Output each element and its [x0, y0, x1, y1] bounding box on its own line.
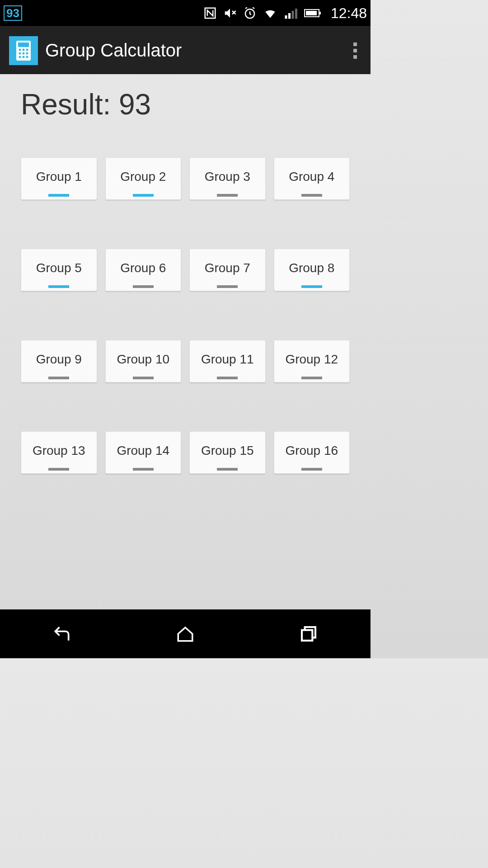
group-indicator: [133, 468, 154, 471]
action-bar: Group Calculator: [0, 26, 371, 74]
clock: 12:48: [331, 5, 367, 22]
group-indicator: [301, 468, 322, 471]
content-area: Result: 93 Group 1Group 2Group 3Group 4G…: [0, 74, 371, 487]
group-card-6[interactable]: Group 6: [105, 249, 182, 291]
signal-icon: [284, 6, 297, 20]
group-card-12[interactable]: Group 12: [274, 340, 350, 382]
group-card-2[interactable]: Group 2: [105, 157, 182, 200]
overflow-menu-button[interactable]: [349, 38, 361, 63]
recent-apps-button[interactable]: [297, 623, 320, 645]
group-label: Group 15: [201, 443, 254, 458]
group-indicator: [48, 285, 69, 288]
notification-badge: 93: [4, 5, 22, 21]
group-label: Group 16: [285, 443, 338, 458]
app-title: Group Calculator: [45, 40, 349, 61]
group-label: Group 2: [120, 170, 166, 184]
group-label: Group 1: [36, 170, 82, 184]
group-indicator: [301, 194, 322, 197]
group-indicator: [133, 285, 154, 288]
group-label: Group 9: [36, 352, 82, 367]
group-label: Group 8: [289, 261, 334, 275]
svg-point-13: [26, 48, 28, 51]
group-indicator: [48, 468, 69, 471]
svg-point-12: [23, 48, 25, 51]
mute-icon: [223, 6, 237, 20]
group-indicator: [217, 194, 238, 197]
group-label: Group 6: [120, 261, 166, 275]
svg-point-16: [26, 52, 28, 54]
svg-rect-10: [18, 42, 29, 47]
battery-icon: [304, 8, 322, 19]
group-indicator: [217, 285, 238, 288]
svg-rect-20: [302, 630, 312, 641]
app-icon: [9, 36, 38, 65]
group-indicator: [217, 377, 238, 379]
group-indicator: [133, 194, 154, 197]
group-label: Group 13: [33, 443, 85, 458]
group-card-9[interactable]: Group 9: [21, 340, 97, 382]
svg-rect-2: [285, 15, 287, 19]
group-card-14[interactable]: Group 14: [105, 431, 182, 474]
svg-point-15: [23, 52, 25, 54]
alarm-icon: [243, 6, 257, 20]
group-label: Group 5: [36, 261, 82, 275]
status-right: 12:48: [203, 5, 367, 22]
group-indicator: [217, 468, 238, 471]
svg-point-18: [23, 56, 25, 58]
svg-point-19: [26, 56, 28, 58]
group-card-4[interactable]: Group 4: [274, 157, 350, 200]
svg-rect-3: [288, 13, 291, 19]
group-indicator: [301, 377, 322, 379]
svg-rect-8: [319, 12, 321, 14]
navigation-bar: [0, 609, 371, 658]
group-card-11[interactable]: Group 11: [189, 340, 266, 382]
home-button[interactable]: [174, 623, 197, 645]
group-card-5[interactable]: Group 5: [21, 249, 97, 291]
group-indicator: [48, 377, 69, 379]
group-label: Group 14: [117, 443, 169, 458]
groups-grid: Group 1Group 2Group 3Group 4Group 5Group…: [21, 157, 350, 474]
group-card-1[interactable]: Group 1: [21, 157, 97, 200]
group-label: Group 3: [205, 170, 250, 184]
group-card-16[interactable]: Group 16: [274, 431, 350, 474]
group-indicator: [133, 377, 154, 379]
result-label: Result: 93: [21, 88, 350, 121]
group-indicator: [301, 285, 322, 288]
group-card-15[interactable]: Group 15: [189, 431, 266, 474]
group-card-7[interactable]: Group 7: [189, 249, 266, 291]
group-card-3[interactable]: Group 3: [189, 157, 266, 200]
status-bar: 93: [0, 0, 371, 26]
svg-point-17: [19, 56, 21, 58]
nfc-icon: [203, 6, 217, 20]
group-card-13[interactable]: Group 13: [21, 431, 97, 474]
group-indicator: [48, 194, 69, 197]
group-card-8[interactable]: Group 8: [274, 249, 350, 291]
svg-point-14: [19, 52, 21, 54]
back-button[interactable]: [51, 623, 73, 645]
svg-rect-7: [306, 11, 317, 15]
group-label: Group 10: [117, 352, 169, 367]
group-card-10[interactable]: Group 10: [105, 340, 182, 382]
group-label: Group 11: [201, 352, 254, 367]
group-label: Group 12: [285, 352, 338, 367]
svg-rect-5: [295, 9, 297, 19]
svg-rect-4: [291, 11, 294, 19]
wifi-icon: [263, 6, 277, 20]
status-left: 93: [4, 5, 22, 21]
svg-point-11: [19, 48, 21, 51]
group-label: Group 4: [289, 170, 334, 184]
group-label: Group 7: [205, 261, 250, 275]
